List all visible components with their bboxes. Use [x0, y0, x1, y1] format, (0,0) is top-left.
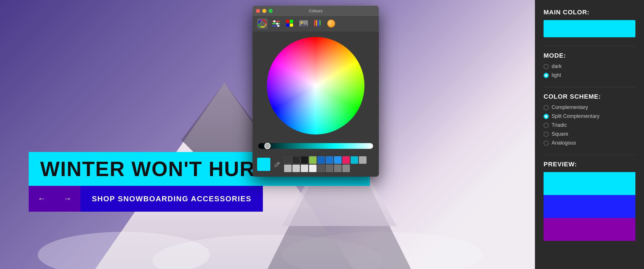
swatches-grid: [284, 156, 374, 172]
scheme-split-complementary-label: Split Complementary: [552, 113, 600, 119]
swatch-item[interactable]: [309, 165, 317, 172]
svg-rect-20: [290, 24, 293, 27]
swatch-item[interactable]: [301, 165, 308, 172]
scheme-complementary-option[interactable]: Complementary: [544, 104, 635, 110]
mode-light-label: light: [552, 72, 561, 78]
scheme-analogous-radio[interactable]: [544, 141, 549, 146]
svg-marker-31: [319, 25, 321, 26]
wheel-container[interactable]: ⊕: [253, 31, 379, 140]
swatch-item[interactable]: [292, 165, 300, 172]
right-panel: MAIN COLOR: MODE: dark light COLOR SCHEM…: [535, 0, 644, 269]
divider-3: [544, 155, 635, 155]
svg-rect-26: [318, 20, 319, 26]
svg-marker-29: [316, 25, 317, 27]
main-color-section: MAIN COLOR:: [544, 9, 635, 37]
swatch-item[interactable]: [334, 156, 342, 164]
swatch-item[interactable]: [351, 156, 358, 164]
scheme-square-radio[interactable]: [544, 132, 549, 137]
svg-marker-30: [318, 26, 319, 28]
main-color-label: MAIN COLOR:: [544, 9, 635, 16]
swatch-item[interactable]: [326, 156, 333, 164]
mode-dark-radio[interactable]: [544, 64, 549, 69]
swatch-item[interactable]: [317, 165, 325, 172]
scheme-analogous-option[interactable]: Analogous: [544, 140, 635, 146]
svg-point-22: [301, 22, 302, 24]
swatches-row: [253, 153, 379, 177]
swatch-item[interactable]: [301, 156, 308, 164]
slider-container: [253, 140, 379, 153]
scheme-split-complementary-radio[interactable]: [544, 114, 549, 119]
mode-label: MODE:: [544, 52, 635, 59]
mode-light-radio[interactable]: [544, 73, 549, 78]
hero-area: WINTER WON'T HURT SO BAD ← → SHOP SNOWBO…: [0, 0, 535, 269]
scheme-square-label: Square: [552, 131, 568, 137]
color-wheel[interactable]: ⊕: [267, 37, 364, 134]
swatch-item[interactable]: [292, 156, 300, 164]
shop-button[interactable]: SHOP SNOWBOARDING ACCESSORIES: [80, 186, 263, 212]
preview-section: PREVIEW:: [544, 161, 635, 241]
image-tab[interactable]: [298, 18, 309, 29]
sliders-tab[interactable]: [271, 18, 281, 29]
color-picker-window: Colours: [253, 6, 379, 177]
mode-dark-option[interactable]: dark: [544, 63, 635, 69]
main-color-box[interactable]: [544, 20, 635, 37]
mode-light-option[interactable]: light: [544, 72, 635, 78]
scheme-triadic-option[interactable]: Triadic: [544, 122, 635, 128]
swatch-item[interactable]: [342, 156, 350, 164]
color-scheme-radio-group: Complementary Split Complementary Triadi…: [544, 104, 635, 146]
color-scheme-section: COLOR SCHEME: Complementary Split Comple…: [544, 93, 635, 146]
preview-color-1: [544, 172, 635, 195]
minimize-button[interactable]: [262, 9, 266, 13]
scheme-split-complementary-option[interactable]: Split Complementary: [544, 113, 635, 119]
svg-rect-24: [314, 20, 315, 26]
palette-tab[interactable]: [285, 18, 295, 29]
color-wheel-tab[interactable]: [257, 18, 267, 29]
svg-line-32: [277, 163, 278, 164]
divider-2: [544, 87, 635, 87]
slider-thumb[interactable]: [264, 143, 271, 149]
preview-color-2: [544, 195, 635, 218]
prev-button[interactable]: ←: [29, 186, 55, 212]
svg-point-16: [277, 25, 280, 27]
scheme-triadic-radio[interactable]: [544, 123, 549, 128]
pencils-tab[interactable]: [312, 18, 323, 29]
eyedropper-button[interactable]: [272, 159, 282, 169]
preview-color-3: [544, 218, 635, 241]
swatch-item[interactable]: [317, 156, 325, 164]
window-title: Colours: [309, 9, 323, 13]
swatch-item[interactable]: [334, 165, 342, 172]
maximize-button[interactable]: [269, 9, 273, 13]
scheme-square-option[interactable]: Square: [544, 131, 635, 137]
scheme-triadic-label: Triadic: [552, 122, 567, 128]
swatch-item[interactable]: [284, 156, 292, 164]
preview-label: PREVIEW:: [544, 161, 635, 168]
svg-rect-19: [286, 24, 289, 27]
mode-radio-group: dark light: [544, 63, 635, 78]
divider-1: [544, 46, 635, 46]
svg-marker-28: [314, 26, 315, 27]
next-button[interactable]: →: [55, 186, 80, 212]
mode-dark-label: dark: [552, 63, 562, 69]
swatch-item[interactable]: [342, 165, 350, 172]
swatch-item[interactable]: [359, 156, 366, 164]
window-titlebar: Colours: [253, 6, 379, 16]
svg-rect-17: [286, 20, 289, 23]
color-swatch-tab[interactable]: [326, 18, 336, 29]
swatch-item[interactable]: [326, 165, 333, 172]
preview-colors: [544, 172, 635, 241]
swatch-item[interactable]: [309, 156, 317, 164]
window-toolbar: [253, 16, 379, 31]
hero-cta-row: ← → SHOP SNOWBOARDING ACCESSORIES: [29, 186, 370, 212]
close-button[interactable]: [256, 9, 260, 13]
svg-point-14: [273, 20, 276, 23]
svg-point-15: [276, 23, 278, 25]
svg-rect-25: [316, 20, 317, 25]
swatch-item[interactable]: [284, 165, 292, 172]
scheme-complementary-radio[interactable]: [544, 105, 549, 110]
svg-rect-18: [290, 20, 293, 23]
svg-rect-27: [319, 20, 321, 25]
mode-section: MODE: dark light: [544, 52, 635, 78]
current-color-swatch[interactable]: [257, 158, 270, 171]
color-crosshair: ⊕: [313, 83, 319, 89]
brightness-slider[interactable]: [258, 143, 373, 149]
